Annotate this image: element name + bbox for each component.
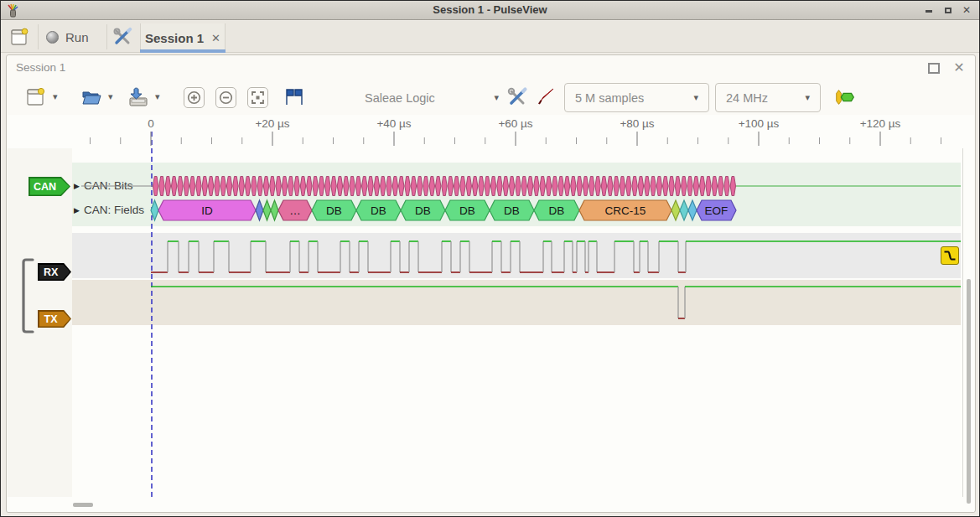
device-selector[interactable]: Saleae Logic ▾ [353, 83, 504, 112]
time-cursor[interactable] [151, 132, 153, 497]
zoom-fit-button[interactable] [247, 87, 268, 108]
minimize-button[interactable] [921, 3, 936, 17]
tab-label: Session 1 [145, 31, 204, 45]
save-button[interactable] [127, 85, 150, 109]
horizontal-scrollbar[interactable] [73, 503, 93, 507]
rx-signal-row[interactable] [72, 233, 961, 278]
dock-close-button[interactable]: ✕ [951, 59, 967, 75]
tab-active-indicator [140, 49, 226, 53]
tx-tag-label: TX [38, 310, 64, 328]
settings-icon[interactable] [112, 27, 132, 50]
tab-close-icon[interactable]: ✕ [211, 32, 220, 44]
new-file-button[interactable] [23, 85, 47, 109]
device-dropdown-icon: ▾ [494, 92, 499, 103]
pulseview-window: Session 1 - PulseView ✕ Run Session 1 ✕ … [0, 0, 980, 517]
vertical-scrollbar[interactable] [967, 279, 971, 504]
run-label: Run [65, 30, 89, 44]
open-file-dropdown-icon[interactable]: ▾ [108, 91, 113, 102]
zoom-in-button[interactable] [184, 87, 205, 108]
row-label-can-fields: CAN: Fields [84, 204, 144, 216]
toolbar-separator [106, 24, 107, 49]
can-tag-label: CAN [29, 177, 61, 196]
sample-count-dropdown-icon: ▾ [693, 92, 698, 103]
falling-edge-trigger-icon[interactable] [941, 246, 959, 265]
open-file-button[interactable] [80, 85, 103, 109]
add-decoder-button[interactable] [833, 85, 857, 109]
tab-session-1[interactable]: Session 1 ✕ [140, 23, 226, 53]
new-session-button[interactable] [9, 27, 29, 50]
expand-arrow-icon[interactable]: ▶ [74, 182, 80, 190]
run-state-icon [46, 31, 59, 44]
sample-count-select[interactable]: 5 M samples ▾ [564, 83, 709, 112]
sample-rate-dropdown-icon: ▾ [805, 92, 810, 103]
titlebar: Session 1 - PulseView ✕ [1, 1, 979, 20]
device-config-icon[interactable] [506, 85, 529, 109]
device-name: Saleae Logic [365, 91, 435, 105]
channels-probe-icon[interactable] [534, 85, 557, 109]
maximize-button[interactable] [941, 3, 956, 17]
save-dropdown-icon[interactable]: ▾ [155, 91, 160, 102]
rx-tag-label: RX [38, 263, 64, 281]
sample-rate-value: 24 MHz [726, 91, 768, 105]
dock-float-button[interactable] [928, 63, 940, 74]
sample-rate-select[interactable]: 24 MHz ▾ [715, 83, 821, 112]
run-button[interactable]: Run [46, 26, 89, 48]
toolbar-separator [38, 24, 39, 49]
close-button[interactable]: ✕ [959, 3, 974, 17]
channel-group-bracket[interactable] [21, 257, 38, 334]
zoom-out-button[interactable] [215, 87, 236, 108]
tx-signal-row[interactable] [72, 280, 961, 325]
window-title: Session 1 - PulseView [1, 3, 979, 16]
view-right-edge [962, 148, 963, 497]
expand-arrow-icon[interactable]: ▶ [74, 206, 80, 215]
row-label-can-bits: CAN: Bits [84, 179, 133, 192]
sample-count-value: 5 M samples [575, 91, 644, 105]
new-file-dropdown-icon[interactable]: ▾ [53, 91, 58, 102]
dock-title: Session 1 [16, 61, 65, 74]
show-cursors-button[interactable] [283, 85, 306, 109]
can-decoder-rows[interactable] [72, 163, 961, 226]
